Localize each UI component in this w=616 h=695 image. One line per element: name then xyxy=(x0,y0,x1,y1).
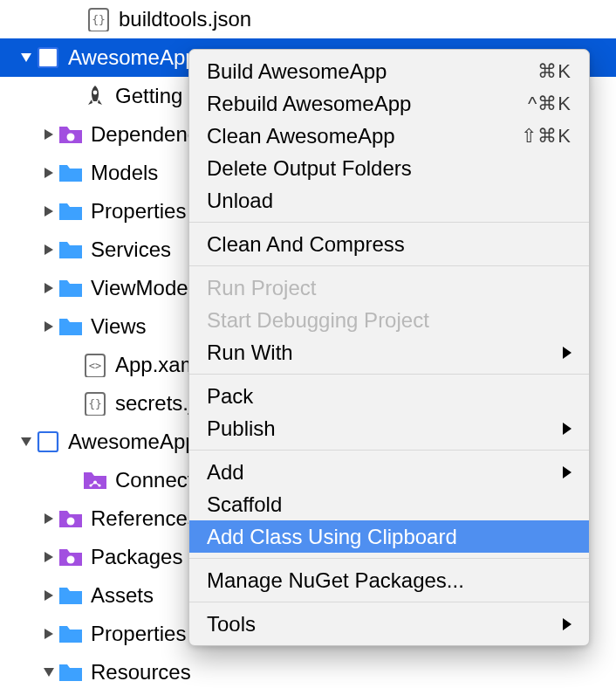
chevron-down-icon[interactable] xyxy=(40,668,58,677)
menu-item: Run Project xyxy=(189,272,589,304)
chevron-right-icon[interactable] xyxy=(40,590,58,601)
menu-shortcut: ⌘K xyxy=(537,60,572,83)
chevron-down-icon[interactable] xyxy=(17,437,35,446)
chevron-right-icon[interactable] xyxy=(40,513,58,524)
tree-item-label: Views xyxy=(89,316,147,337)
menu-item[interactable]: Publish xyxy=(189,412,589,444)
folder-icon xyxy=(58,160,84,186)
tree-item-label: Services xyxy=(89,239,171,260)
menu-item[interactable]: Manage NuGet Packages... xyxy=(189,564,589,596)
tree-item-label: Resources xyxy=(89,662,191,683)
chevron-right-icon[interactable] xyxy=(40,321,58,332)
submenu-arrow-icon xyxy=(556,347,572,359)
rocket-icon xyxy=(82,83,108,109)
menu-item[interactable]: Scaffold xyxy=(189,488,589,520)
menu-item-label: Run With xyxy=(207,341,556,365)
menu-item-label: Add Class Using Clipboard xyxy=(207,525,572,549)
chevron-right-icon[interactable] xyxy=(40,206,58,217)
chevron-right-icon[interactable] xyxy=(40,552,58,562)
menu-item[interactable]: Run With xyxy=(189,336,589,368)
tree-item-label: Models xyxy=(89,162,158,183)
tree-row[interactable]: Resources xyxy=(0,653,616,692)
proj-icon xyxy=(35,429,61,455)
tree-item-label: Properties xyxy=(89,623,186,644)
menu-shortcut: ⇧⌘K xyxy=(521,125,572,148)
menu-item-label: Start Debugging Project xyxy=(207,308,572,333)
pkg-icon xyxy=(58,544,84,570)
menu-item[interactable]: Rebuild AwesomeApp^⌘K xyxy=(189,87,589,120)
menu-item[interactable]: Add Class Using Clipboard xyxy=(189,520,589,553)
menu-item-label: Run Project xyxy=(207,276,572,300)
chevron-right-icon[interactable] xyxy=(40,168,58,178)
menu-item[interactable]: Build AwesomeApp⌘K xyxy=(189,55,589,87)
menu-item[interactable]: Add xyxy=(189,456,589,488)
tree-item-label: buildtools.json xyxy=(117,9,251,30)
menu-separator xyxy=(189,450,589,451)
menu-separator xyxy=(189,265,589,266)
chevron-right-icon[interactable] xyxy=(40,129,58,140)
menu-item-label: Clean AwesomeApp xyxy=(207,124,521,148)
pkg-icon xyxy=(58,506,84,532)
menu-item[interactable]: Tools xyxy=(189,608,589,640)
folder-icon xyxy=(58,275,84,301)
xaml-icon xyxy=(82,352,108,378)
menu-item-label: Tools xyxy=(207,612,556,637)
pkg-icon xyxy=(58,121,84,148)
tree-item-label: ViewModels xyxy=(89,278,203,299)
menu-item[interactable]: Pack xyxy=(189,380,589,412)
menu-separator xyxy=(189,374,589,375)
json-icon xyxy=(82,390,108,416)
tree-item-label: Properties xyxy=(89,201,186,222)
menu-item[interactable]: Unload xyxy=(189,184,589,217)
menu-item: Start Debugging Project xyxy=(189,304,589,336)
menu-item-label: Build AwesomeApp xyxy=(207,59,537,84)
chevron-right-icon[interactable] xyxy=(40,629,58,639)
menu-shortcut: ^⌘K xyxy=(528,93,572,115)
menu-separator xyxy=(189,222,589,223)
menu-separator xyxy=(189,558,589,559)
tree-item-label: References xyxy=(89,508,198,529)
menu-item-label: Publish xyxy=(207,416,556,441)
menu-separator xyxy=(189,602,589,602)
chevron-right-icon[interactable] xyxy=(40,283,58,293)
submenu-arrow-icon xyxy=(556,423,572,435)
folder-icon xyxy=(58,582,84,609)
json-icon xyxy=(86,6,112,32)
context-menu[interactable]: Build AwesomeApp⌘KRebuild AwesomeApp^⌘KC… xyxy=(188,49,590,646)
tree-item-label: Assets xyxy=(89,585,154,606)
menu-item-label: Rebuild AwesomeApp xyxy=(207,92,528,116)
menu-item-label: Pack xyxy=(207,384,572,409)
folder-icon xyxy=(58,237,84,263)
folder-icon xyxy=(58,659,84,685)
menu-item-label: Manage NuGet Packages... xyxy=(207,568,572,593)
menu-item[interactable]: Clean And Compress xyxy=(189,228,589,260)
proj-icon xyxy=(35,45,61,71)
menu-item-label: Clean And Compress xyxy=(207,232,572,257)
menu-item[interactable]: Clean AwesomeApp⇧⌘K xyxy=(189,120,589,152)
tree-row[interactable]: buildtools.json xyxy=(0,0,616,38)
menu-item-label: Delete Output Folders xyxy=(207,156,572,181)
menu-item-label: Add xyxy=(207,460,556,485)
menu-item[interactable]: Delete Output Folders xyxy=(189,152,589,184)
tree-item-label: Packages xyxy=(89,547,182,568)
menu-item-label: Unload xyxy=(207,189,572,213)
chevron-right-icon[interactable] xyxy=(40,244,58,255)
tree-item-label: AwesomeApp xyxy=(66,47,197,68)
folder-icon xyxy=(58,313,84,340)
submenu-arrow-icon xyxy=(556,618,572,630)
chevron-down-icon[interactable] xyxy=(17,53,35,62)
folder-icon xyxy=(58,198,84,224)
folder-icon xyxy=(58,621,84,647)
conn-icon xyxy=(82,467,108,493)
menu-item-label: Scaffold xyxy=(207,492,572,517)
submenu-arrow-icon xyxy=(556,466,572,478)
